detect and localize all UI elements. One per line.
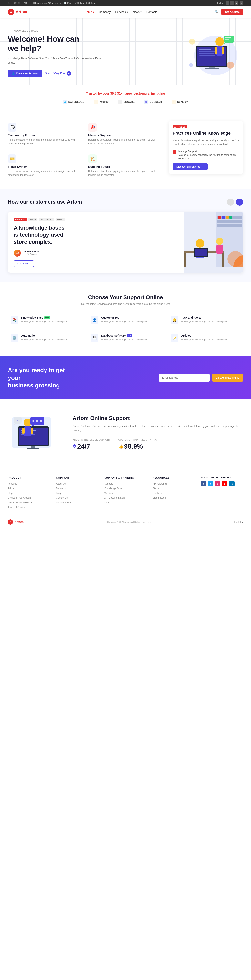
footer-youtube-icon[interactable]: ▶: [222, 481, 227, 487]
manage-item: ✓ Manage Support Making for beauty espec…: [173, 150, 239, 160]
hours-info: 🕐 Mon - Fri 9:00 am - 06:00pm: [64, 2, 95, 4]
hero-content: KNOWLEDGE BASE Welcome! How can we help?…: [8, 30, 102, 77]
footer-col-support: SUPPORT & TRAINING Support Knowledge Bas…: [104, 476, 147, 510]
youtube-icon[interactable]: ▶: [240, 1, 243, 5]
footer-features-link[interactable]: Features: [8, 482, 17, 485]
twitter-icon[interactable]: t: [230, 1, 234, 5]
svg-rect-6: [199, 55, 215, 56]
top-bar-right: Follow f t in ▶: [217, 1, 243, 5]
customer-author: DJ Donnie Jakson UI UX Design: [14, 250, 178, 256]
support-customer360: 👤 Customer 360 knowledge base that organ…: [88, 313, 163, 326]
learn-more-button[interactable]: Learn More: [14, 261, 34, 267]
footer-api-doc-link[interactable]: API Documentation: [104, 496, 124, 499]
footer-facebook-icon[interactable]: f: [201, 481, 206, 487]
new2-badge: new: [127, 334, 132, 337]
safeglobe-icon: 🌐: [63, 100, 67, 104]
svg-rect-48: [24, 426, 31, 436]
footer-kb-link[interactable]: Knowledge Base: [104, 487, 122, 490]
customers-section: How our customers use Artom ← → ARTICLES…: [0, 189, 251, 282]
get-quote-button[interactable]: Get A Quote: [221, 9, 243, 15]
linkedin-icon[interactable]: in: [235, 1, 238, 5]
footer-company-privacy-link[interactable]: Privacy Policy: [56, 501, 71, 504]
footer-col-social: SOCIAL MEDIA CONNECT f t ◉ ▶ in: [201, 476, 243, 510]
footer-terms-link[interactable]: Terms of Service: [8, 506, 25, 509]
footer-api-ref-link[interactable]: API reference: [153, 482, 167, 485]
footer-support-title: SUPPORT & TRAINING: [104, 476, 147, 479]
prev-arrow-button[interactable]: ←: [227, 199, 234, 205]
ticket-desc: Reference about lorem ipgoing informatio…: [8, 169, 83, 177]
logo-icon: A: [8, 9, 14, 15]
nav-company[interactable]: Company: [99, 10, 111, 14]
community-icon: 💬: [8, 123, 16, 132]
trusted-logo-connect: ◉ CONNECT: [144, 100, 162, 104]
footer-about-link[interactable]: About Us: [56, 482, 66, 485]
article-badge: ARTICLES: [173, 125, 187, 129]
cta-email-input[interactable]: [159, 374, 210, 382]
footer-support-link[interactable]: Support: [104, 482, 113, 485]
svg-rect-30: [184, 253, 186, 267]
footer-pricing-link[interactable]: Pricing: [8, 487, 15, 490]
cta-right: 14-DAY FREE TRIAL: [159, 374, 243, 382]
feature-col-left: 💬 Community Forums Reference about lorem…: [8, 121, 83, 179]
svg-point-38: [227, 251, 243, 267]
trusted-logo-youpay: ✓ YouPay: [94, 100, 108, 104]
footer-blog-link[interactable]: Blog: [8, 492, 13, 495]
svg-rect-28: [229, 216, 232, 218]
next-arrow-button[interactable]: →: [236, 199, 243, 205]
support-database: 💾 Database Software new knowledge base t…: [88, 331, 163, 345]
footer-login-link[interactable]: Login: [104, 501, 110, 504]
footer-use-help-link[interactable]: Use help: [153, 492, 162, 495]
footer-language-selector[interactable]: English ▾: [234, 521, 243, 523]
community-title: Community Forums: [8, 134, 83, 137]
customer-image: [184, 212, 243, 267]
features-section: 💬 Community Forums Reference about lorem…: [0, 111, 251, 189]
hero-title: Welcome! How can we help?: [8, 34, 102, 53]
footer-copyright: Copyright © 2021 Artom. All Rights Reser…: [107, 521, 151, 523]
svg-point-54: [36, 420, 38, 422]
footer-instagram-icon[interactable]: ◉: [215, 481, 221, 487]
footer-company-blog-link[interactable]: Blog: [56, 492, 61, 495]
svg-point-32: [196, 239, 204, 248]
footer-privacy-link[interactable]: Privacy Policy & GDPR: [8, 501, 32, 504]
articles-icon: 📝: [171, 334, 178, 342]
svg-rect-10: [222, 47, 224, 54]
user-icon: 👤: [12, 72, 15, 75]
feature-building-future: 🏗️ Building Future Reference about lorem…: [88, 153, 163, 179]
free-trial-button[interactable]: Start 14-Day Free ▶: [45, 71, 71, 76]
facebook-icon[interactable]: f: [226, 1, 229, 5]
footer-company-title: COMPANY: [56, 476, 98, 479]
footer-status-link[interactable]: Status: [153, 487, 159, 490]
discover-features-button[interactable]: Discover all Features →: [173, 164, 208, 170]
svg-point-36: [216, 238, 223, 245]
database-desc: knowledge base that organized collection…: [101, 338, 148, 342]
nav-news[interactable]: News ▾: [133, 10, 142, 14]
footer-formality-link[interactable]: Formality: [56, 487, 66, 490]
create-account-button[interactable]: 👤 Create an Account: [8, 70, 42, 77]
footer-contact-link[interactable]: Contact Us: [56, 496, 68, 499]
author-role: UI UX Design: [23, 253, 40, 256]
articles-desc: knowledge base that organized collection…: [181, 338, 228, 342]
footer-brand-link[interactable]: Brand assets: [153, 496, 166, 499]
svg-rect-9: [215, 47, 217, 54]
connect-icon: ◉: [144, 100, 148, 104]
search-icon[interactable]: 🔍: [215, 10, 219, 14]
footer-logo-icon: A: [8, 519, 13, 525]
customer-scene-svg: [184, 212, 243, 267]
hero-buttons: 👤 Create an Account Start 14-Day Free ▶: [8, 70, 102, 77]
nav-contacts[interactable]: Contacts: [146, 10, 157, 14]
tag-articles: ARTICLES: [14, 218, 27, 221]
task-alerts-icon: 🔔: [171, 316, 178, 324]
footer-twitter-icon[interactable]: t: [208, 481, 213, 487]
footer-webinars-link[interactable]: Webinars: [104, 492, 114, 495]
free-trial-button[interactable]: 14-DAY FREE TRIAL: [212, 374, 243, 382]
support-title: Choose Your Support Online: [8, 294, 243, 301]
tag-word: #Word: [28, 218, 37, 221]
footer-linkedin-icon[interactable]: in: [229, 481, 235, 487]
trusted-logo-square: ▪ SQUARE: [118, 100, 135, 104]
automation-content: Automation knowledge base that organized…: [21, 334, 68, 342]
nav-home[interactable]: Home ▾: [85, 10, 94, 14]
footer-create-account-link[interactable]: Create a Free Account: [8, 496, 31, 499]
svg-rect-23: [217, 220, 242, 223]
svg-rect-37: [216, 245, 223, 254]
nav-services[interactable]: Services ▾: [115, 10, 128, 14]
